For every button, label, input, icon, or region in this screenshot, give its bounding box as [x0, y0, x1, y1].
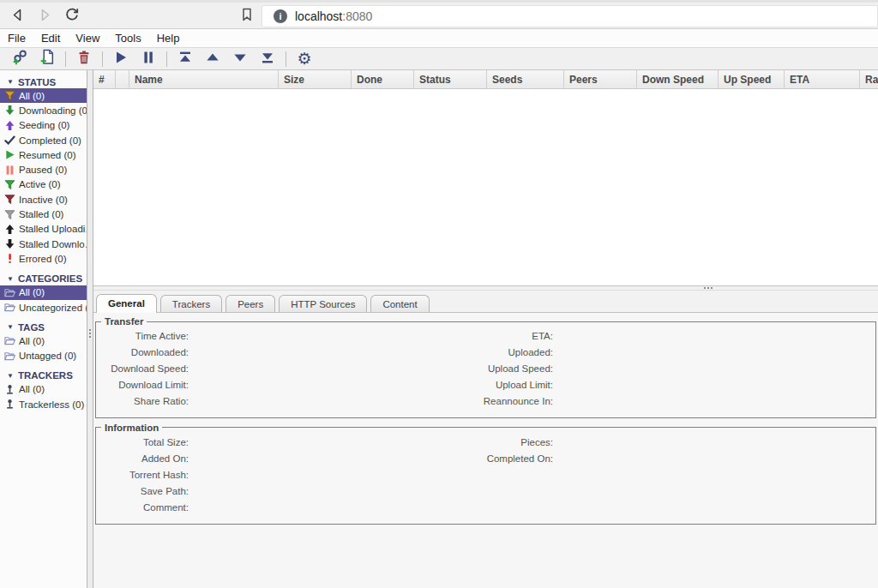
down-arrow-icon	[3, 238, 15, 250]
browser-toolbar: i localhost:8080	[0, 0, 878, 29]
menu-view[interactable]: View	[75, 32, 99, 45]
move-down-button[interactable]	[229, 50, 251, 69]
exclamation-icon	[3, 253, 15, 265]
gear-icon: ⚙	[297, 51, 311, 67]
sidebar-item-trackerless[interactable]: Trackerless (0)	[0, 397, 87, 411]
sidebar-section-trackers[interactable]: ▼ TRACKERS	[0, 369, 87, 382]
sidebar-item-stalled[interactable]: Stalled (0)	[0, 207, 87, 221]
sidebar-item-downloading[interactable]: Downloading (0)	[0, 103, 87, 117]
column-header-status[interactable]: Status	[414, 70, 487, 88]
toolbar-separator	[102, 51, 103, 67]
add-torrent-link-button[interactable]	[9, 50, 31, 69]
label-torrent-hash: Torrent Hash:	[96, 470, 189, 480]
label-download-speed: Download Speed:	[96, 363, 189, 374]
menu-file[interactable]: File	[8, 32, 26, 45]
chevron-down-icon: ▼	[7, 323, 14, 331]
sidebar-item-label: Resumed (0)	[19, 150, 75, 160]
folder-icon	[3, 286, 15, 298]
sidebar-item-label: Seeding (0)	[19, 120, 69, 130]
sidebar-item-uncategorized[interactable]: Uncategorized (0)	[0, 300, 87, 315]
menu-tools[interactable]: Tools	[115, 32, 141, 45]
sidebar-item-label: Errored (0)	[19, 254, 67, 264]
url-bar[interactable]: i localhost:8080	[262, 5, 878, 27]
bookmark-icon	[240, 7, 254, 26]
column-header-ratio[interactable]: Ratio	[860, 70, 878, 88]
label-reannounce-in: Reannounce In:	[459, 396, 553, 406]
tab-general[interactable]: General	[96, 294, 157, 313]
sidebar-item-paused[interactable]: Paused (0)	[0, 162, 87, 177]
column-header-done[interactable]: Done	[352, 70, 414, 88]
back-icon	[10, 8, 25, 26]
browser-back-button[interactable]	[9, 8, 26, 25]
move-to-bottom-button[interactable]	[256, 50, 279, 69]
menu-help[interactable]: Help	[157, 32, 180, 45]
column-header-name[interactable]: Name	[129, 70, 279, 88]
section-title: STATUS	[18, 77, 56, 87]
column-header-seeds[interactable]: Seeds	[487, 70, 564, 88]
add-torrent-file-button[interactable]	[36, 50, 58, 69]
funnel-icon	[3, 178, 15, 190]
transfer-fieldset: Transfer Time Active: ETA: Downloaded: U…	[95, 316, 876, 418]
move-to-top-button[interactable]	[174, 50, 196, 69]
sidebar-section-tags[interactable]: ▼ TAGS	[0, 321, 87, 333]
sidebar-item-active[interactable]: Active (0)	[0, 177, 87, 192]
sidebar-splitter[interactable]	[87, 70, 93, 588]
sidebar-item-errored[interactable]: Errored (0)	[0, 251, 87, 266]
column-header-size[interactable]: Size	[279, 70, 352, 88]
column-header-icon[interactable]	[116, 70, 129, 88]
folder-icon	[3, 302, 15, 314]
browser-reload-button[interactable]	[63, 8, 81, 25]
detail-tabs: General Trackers Peers HTTP Sources Cont…	[93, 291, 878, 313]
sidebar-section-status[interactable]: ▼ STATUS	[0, 75, 87, 88]
pause-icon	[3, 164, 15, 176]
sidebar-item-stalled-downloading[interactable]: Stalled Downlo…	[0, 237, 87, 251]
down-arrow-icon	[3, 105, 15, 117]
sidebar-item-all-tags[interactable]: All (0)	[0, 333, 87, 348]
sidebar-item-all-categories[interactable]: All (0)	[0, 285, 87, 300]
tab-http-sources[interactable]: HTTP Sources	[279, 295, 367, 312]
label-save-path: Save Path:	[96, 486, 189, 496]
sidebar-item-resumed[interactable]: Resumed (0)	[0, 147, 87, 162]
column-header-down-speed[interactable]: Down Speed	[637, 70, 719, 88]
tab-content[interactable]: Content	[370, 295, 429, 312]
sidebar-item-seeding[interactable]: Seeding (0)	[0, 118, 87, 133]
label-time-active: Time Active:	[96, 331, 189, 341]
check-icon	[3, 135, 15, 147]
move-down-icon	[232, 50, 248, 69]
url-port: :8080	[342, 9, 372, 23]
menu-edit[interactable]: Edit	[41, 32, 60, 45]
sidebar-item-all-status[interactable]: All (0)	[0, 88, 87, 103]
pause-icon	[141, 50, 156, 69]
column-header-number[interactable]: #	[93, 70, 116, 88]
move-up-button[interactable]	[201, 50, 224, 69]
site-info-icon[interactable]: i	[274, 9, 287, 23]
move-up-icon	[205, 50, 220, 69]
menu-bar: File Edit View Tools Help	[0, 29, 878, 48]
sidebar-item-completed[interactable]: Completed (0)	[0, 133, 87, 147]
column-header-peers[interactable]: Peers	[564, 70, 637, 88]
column-header-up-speed[interactable]: Up Speed	[719, 70, 785, 88]
sidebar-item-all-trackers[interactable]: All (0)	[0, 382, 87, 397]
general-panel: Transfer Time Active: ETA: Downloaded: U…	[93, 313, 878, 588]
information-fieldset: Information Total Size: Pieces: Added On…	[95, 423, 876, 525]
detail-splitter[interactable]	[93, 285, 878, 291]
label-pieces: Pieces:	[459, 437, 553, 447]
browser-forward-button[interactable]	[36, 8, 53, 25]
pause-button[interactable]	[137, 50, 159, 69]
options-button[interactable]: ⚙	[293, 50, 316, 69]
tab-peers[interactable]: Peers	[226, 295, 275, 312]
sidebar-item-inactive[interactable]: Inactive (0)	[0, 192, 87, 207]
column-header-eta[interactable]: ETA	[785, 70, 860, 88]
label-total-size: Total Size:	[96, 437, 189, 447]
sidebar-section-categories[interactable]: ▼ CATEGORIES	[0, 273, 87, 285]
torrent-list[interactable]	[93, 89, 878, 285]
resume-button[interactable]	[110, 50, 132, 69]
tab-trackers[interactable]: Trackers	[160, 295, 222, 312]
sidebar-item-label: All (0)	[19, 336, 45, 346]
toolbar-separator	[65, 51, 66, 67]
bookmark-button[interactable]	[238, 8, 256, 25]
delete-button[interactable]	[73, 50, 95, 69]
label-upload-limit: Upload Limit:	[459, 380, 553, 390]
sidebar-item-stalled-uploading[interactable]: Stalled Uploadi…	[0, 222, 87, 237]
sidebar-item-untagged[interactable]: Untagged (0)	[0, 348, 87, 363]
